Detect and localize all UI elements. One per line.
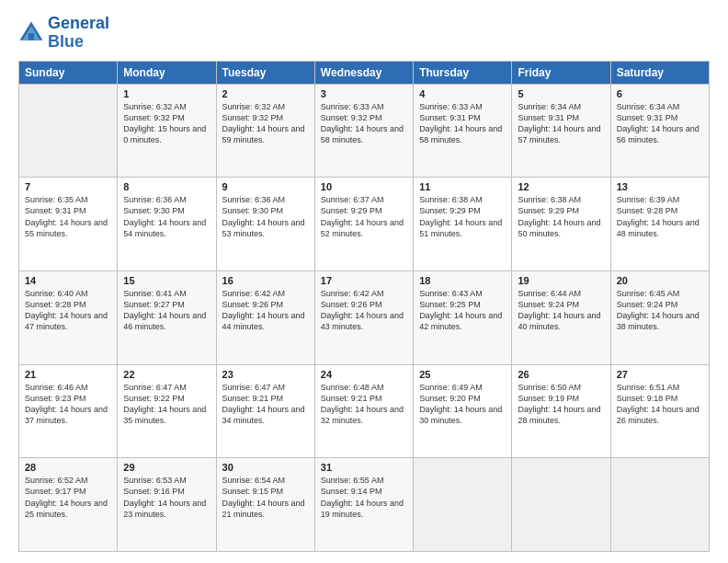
cell-w4-d5 (512, 458, 610, 552)
logo-line2: Blue (48, 32, 84, 51)
cell-text: Sunrise: 6:42 AMSunset: 9:26 PMDaylight:… (222, 288, 309, 333)
cell-text: Sunrise: 6:32 AMSunset: 9:32 PMDaylight:… (123, 101, 210, 146)
cell-text: Sunrise: 6:49 AMSunset: 9:20 PMDaylight:… (419, 382, 506, 427)
cell-w3-d2: 23Sunrise: 6:47 AMSunset: 9:21 PMDayligh… (216, 364, 314, 458)
cell-w4-d2: 30Sunrise: 6:54 AMSunset: 9:15 PMDayligh… (216, 458, 314, 552)
cell-text: Sunrise: 6:43 AMSunset: 9:25 PMDaylight:… (419, 288, 506, 333)
day-number: 2 (222, 88, 309, 99)
cell-w0-d6: 6Sunrise: 6:34 AMSunset: 9:31 PMDaylight… (610, 84, 709, 178)
cell-text: Sunrise: 6:45 AMSunset: 9:24 PMDaylight:… (617, 288, 703, 333)
header-cell-thursday: Thursday (414, 61, 512, 84)
day-number: 28 (25, 462, 111, 473)
day-number: 30 (222, 462, 309, 473)
week-row-1: 7Sunrise: 6:35 AMSunset: 9:31 PMDaylight… (19, 178, 710, 271)
day-number: 25 (419, 369, 506, 380)
cell-text: Sunrise: 6:33 AMSunset: 9:31 PMDaylight:… (419, 101, 506, 146)
day-number: 24 (321, 369, 407, 380)
week-row-4: 28Sunrise: 6:52 AMSunset: 9:17 PMDayligh… (19, 458, 710, 552)
day-number: 13 (617, 181, 703, 192)
header-cell-monday: Monday (118, 61, 216, 84)
week-row-3: 21Sunrise: 6:46 AMSunset: 9:23 PMDayligh… (19, 364, 710, 458)
cell-w2-d4: 18Sunrise: 6:43 AMSunset: 9:25 PMDayligh… (414, 270, 512, 364)
cell-text: Sunrise: 6:48 AMSunset: 9:21 PMDaylight:… (321, 382, 407, 427)
cell-w2-d0: 14Sunrise: 6:40 AMSunset: 9:28 PMDayligh… (19, 270, 118, 364)
cell-w4-d1: 29Sunrise: 6:53 AMSunset: 9:16 PMDayligh… (118, 458, 216, 552)
cell-text: Sunrise: 6:33 AMSunset: 9:32 PMDaylight:… (321, 101, 407, 146)
cell-text: Sunrise: 6:40 AMSunset: 9:28 PMDaylight:… (25, 288, 111, 333)
cell-text: Sunrise: 6:36 AMSunset: 9:30 PMDaylight:… (222, 194, 309, 239)
week-row-2: 14Sunrise: 6:40 AMSunset: 9:28 PMDayligh… (19, 270, 710, 364)
cell-text: Sunrise: 6:51 AMSunset: 9:18 PMDaylight:… (617, 382, 703, 427)
cell-text: Sunrise: 6:55 AMSunset: 9:14 PMDaylight:… (321, 475, 407, 520)
logo-line1: General (48, 14, 109, 32)
cell-w2-d2: 16Sunrise: 6:42 AMSunset: 9:26 PMDayligh… (216, 270, 314, 364)
cell-w3-d5: 26Sunrise: 6:50 AMSunset: 9:19 PMDayligh… (512, 364, 610, 458)
day-number: 26 (518, 369, 604, 380)
page: General Blue SundayMondayTuesdayWednesda… (0, 0, 728, 563)
cell-w2-d6: 20Sunrise: 6:45 AMSunset: 9:24 PMDayligh… (610, 270, 709, 364)
day-number: 20 (617, 275, 703, 286)
svg-rect-2 (28, 33, 34, 40)
cell-text: Sunrise: 6:34 AMSunset: 9:31 PMDaylight:… (518, 101, 604, 146)
day-number: 22 (123, 369, 210, 380)
cell-w4-d6 (610, 458, 709, 552)
header: General Blue (18, 15, 710, 52)
cell-w1-d6: 13Sunrise: 6:39 AMSunset: 9:28 PMDayligh… (610, 178, 709, 271)
cell-text: Sunrise: 6:36 AMSunset: 9:30 PMDaylight:… (123, 194, 210, 239)
cell-w0-d2: 2Sunrise: 6:32 AMSunset: 9:32 PMDaylight… (216, 84, 314, 178)
day-number: 19 (518, 275, 604, 286)
calendar-header: SundayMondayTuesdayWednesdayThursdayFrid… (19, 61, 710, 84)
cell-w0-d3: 3Sunrise: 6:33 AMSunset: 9:32 PMDaylight… (314, 84, 413, 178)
cell-text: Sunrise: 6:53 AMSunset: 9:16 PMDaylight:… (123, 475, 210, 520)
cell-text: Sunrise: 6:54 AMSunset: 9:15 PMDaylight:… (222, 475, 309, 520)
cell-text: Sunrise: 6:44 AMSunset: 9:24 PMDaylight:… (518, 288, 604, 333)
cell-text: Sunrise: 6:50 AMSunset: 9:19 PMDaylight:… (518, 382, 604, 427)
cell-w4-d3: 31Sunrise: 6:55 AMSunset: 9:14 PMDayligh… (314, 458, 413, 552)
day-number: 4 (419, 88, 506, 99)
cell-w3-d1: 22Sunrise: 6:47 AMSunset: 9:22 PMDayligh… (118, 364, 216, 458)
cell-w0-d0 (19, 84, 118, 178)
cell-text: Sunrise: 6:37 AMSunset: 9:29 PMDaylight:… (321, 194, 407, 239)
day-number: 15 (123, 275, 210, 286)
cell-text: Sunrise: 6:35 AMSunset: 9:31 PMDaylight:… (25, 194, 111, 239)
calendar-table: SundayMondayTuesdayWednesdayThursdayFrid… (18, 61, 710, 552)
header-row: SundayMondayTuesdayWednesdayThursdayFrid… (19, 61, 710, 84)
logo-icon (18, 20, 44, 46)
cell-w4-d0: 28Sunrise: 6:52 AMSunset: 9:17 PMDayligh… (19, 458, 118, 552)
cell-w2-d5: 19Sunrise: 6:44 AMSunset: 9:24 PMDayligh… (512, 270, 610, 364)
day-number: 5 (518, 88, 604, 99)
header-cell-wednesday: Wednesday (314, 61, 413, 84)
cell-text: Sunrise: 6:47 AMSunset: 9:22 PMDaylight:… (123, 382, 210, 427)
week-row-0: 1Sunrise: 6:32 AMSunset: 9:32 PMDaylight… (19, 84, 710, 178)
day-number: 12 (518, 181, 604, 192)
cell-w3-d6: 27Sunrise: 6:51 AMSunset: 9:18 PMDayligh… (610, 364, 709, 458)
day-number: 18 (419, 275, 506, 286)
logo-text: General Blue (48, 15, 109, 52)
cell-w1-d0: 7Sunrise: 6:35 AMSunset: 9:31 PMDaylight… (19, 178, 118, 271)
day-number: 10 (321, 181, 407, 192)
cell-w1-d4: 11Sunrise: 6:38 AMSunset: 9:29 PMDayligh… (414, 178, 512, 271)
cell-w2-d1: 15Sunrise: 6:41 AMSunset: 9:27 PMDayligh… (118, 270, 216, 364)
cell-text: Sunrise: 6:46 AMSunset: 9:23 PMDaylight:… (25, 382, 111, 427)
day-number: 17 (321, 275, 407, 286)
header-cell-saturday: Saturday (610, 61, 709, 84)
cell-w1-d1: 8Sunrise: 6:36 AMSunset: 9:30 PMDaylight… (118, 178, 216, 271)
cell-text: Sunrise: 6:52 AMSunset: 9:17 PMDaylight:… (25, 475, 111, 520)
day-number: 14 (25, 275, 111, 286)
day-number: 16 (222, 275, 309, 286)
cell-w4-d4 (414, 458, 512, 552)
cell-text: Sunrise: 6:41 AMSunset: 9:27 PMDaylight:… (123, 288, 210, 333)
day-number: 7 (25, 181, 111, 192)
cell-w1-d2: 9Sunrise: 6:36 AMSunset: 9:30 PMDaylight… (216, 178, 314, 271)
day-number: 31 (321, 462, 407, 473)
logo: General Blue (18, 15, 109, 52)
cell-w0-d1: 1Sunrise: 6:32 AMSunset: 9:32 PMDaylight… (118, 84, 216, 178)
day-number: 11 (419, 181, 506, 192)
cell-w1-d3: 10Sunrise: 6:37 AMSunset: 9:29 PMDayligh… (314, 178, 413, 271)
day-number: 1 (123, 88, 210, 99)
header-cell-friday: Friday (512, 61, 610, 84)
cell-w0-d5: 5Sunrise: 6:34 AMSunset: 9:31 PMDaylight… (512, 84, 610, 178)
day-number: 29 (123, 462, 210, 473)
cell-text: Sunrise: 6:32 AMSunset: 9:32 PMDaylight:… (222, 101, 309, 146)
cell-text: Sunrise: 6:42 AMSunset: 9:26 PMDaylight:… (321, 288, 407, 333)
